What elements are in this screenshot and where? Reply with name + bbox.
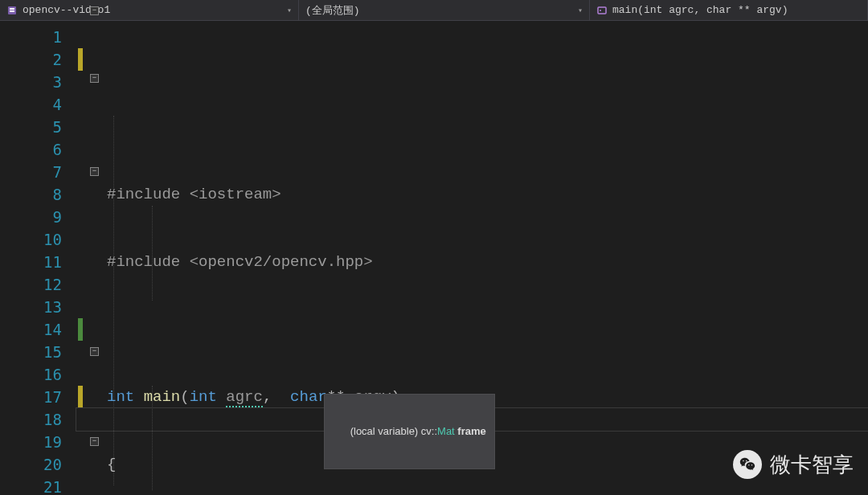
line-number: 6 <box>0 138 62 161</box>
svg-point-4 <box>600 10 601 11</box>
line-number: 13 <box>0 296 62 318</box>
line-number: 17 <box>0 386 62 408</box>
svg-rect-2 <box>10 10 14 12</box>
line-number: 4 <box>0 93 62 116</box>
code-line: #include <opencv2/opencv.hpp> <box>107 251 868 273</box>
function-label: main(int agrc, char ** argv) <box>612 4 861 16</box>
tooltip-name: frame <box>457 425 485 437</box>
watermark: 微卡智享 <box>733 450 854 479</box>
line-number-gutter: 1 2 3 4 5 6 7 8 9 10 11 12 13 14 15 16 1… <box>0 21 76 495</box>
line-number: 18 <box>0 408 62 431</box>
project-dropdown[interactable]: opencv--video1 ▾ <box>0 0 299 20</box>
line-number: 11 <box>0 251 62 273</box>
code-line <box>107 318 868 341</box>
project-icon <box>6 5 18 16</box>
line-number: 15 <box>0 341 62 363</box>
project-label: opencv--video1 <box>23 4 287 16</box>
breadcrumb-navbar: opencv--video1 ▾ (全局范围) ▾ main(int agrc,… <box>0 0 868 21</box>
line-number: 16 <box>0 363 62 386</box>
function-icon <box>596 5 608 16</box>
line-number: 12 <box>0 273 62 296</box>
indent-guide <box>113 116 114 485</box>
watermark-text: 微卡智享 <box>770 451 854 479</box>
code-editor[interactable]: 1 2 3 4 5 6 7 8 9 10 11 12 13 14 15 16 1… <box>0 21 868 495</box>
function-dropdown[interactable]: main(int agrc, char ** argv) <box>590 0 868 20</box>
wechat-icon <box>733 450 762 479</box>
line-number: 20 <box>0 453 62 476</box>
code-line: #include <iostream> <box>107 183 868 206</box>
line-number: 5 <box>0 116 62 138</box>
line-number: 8 <box>0 183 62 206</box>
line-number: 14 <box>0 318 62 341</box>
line-number: 3 <box>0 71 62 93</box>
line-number: 19 <box>0 431 62 453</box>
scope-label: (全局范围) <box>305 3 578 18</box>
line-number: 21 <box>0 476 62 495</box>
hover-tooltip: (local variable) cv::Mat frame <box>324 394 495 469</box>
tooltip-type: Mat <box>437 425 455 437</box>
scope-dropdown[interactable]: (全局范围) ▾ <box>299 0 590 20</box>
line-number: 10 <box>0 228 62 251</box>
line-number: 1 <box>0 26 62 48</box>
line-number: 2 <box>0 48 62 71</box>
tooltip-prefix: (local variable) cv:: <box>350 425 437 437</box>
svg-rect-1 <box>10 8 14 10</box>
line-number: 9 <box>0 206 62 228</box>
line-number: 7 <box>0 161 62 183</box>
code-area[interactable]: #include <iostream> #include <opencv2/op… <box>76 21 868 495</box>
chevron-down-icon: ▾ <box>287 6 292 15</box>
fold-toggle-icon[interactable]: − <box>90 6 99 15</box>
chevron-down-icon: ▾ <box>578 6 583 15</box>
svg-rect-3 <box>598 7 606 14</box>
